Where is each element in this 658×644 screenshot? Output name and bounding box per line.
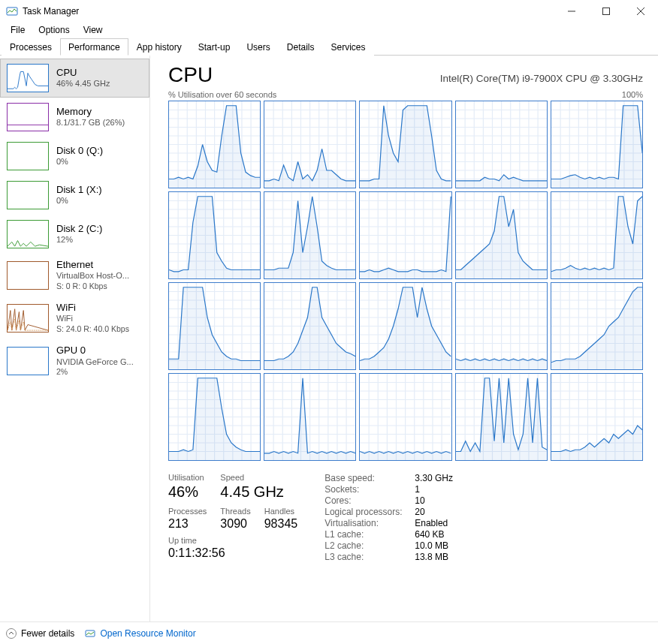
stat-processes-value: 213 [168, 517, 207, 534]
stat-right-key: L3 cache: [324, 552, 415, 562]
stat-right-key: Logical processors: [324, 507, 415, 517]
stat-handles-label: Handles [264, 507, 298, 516]
cpu-chart-7 [359, 191, 451, 279]
sidebar-disk0-title: Disk 0 (Q:) [56, 145, 103, 157]
cpu-chart-1 [264, 101, 356, 188]
open-resource-monitor-link[interactable]: Open Resource Monitor [85, 628, 195, 639]
wifi-thumb [7, 304, 49, 333]
fewer-details-label: Fewer details [21, 628, 74, 639]
stat-right-value: 20 [415, 507, 424, 517]
tab-details[interactable]: Details [279, 38, 323, 56]
stat-right-value: 640 KB [415, 529, 444, 540]
stat-right-key: Virtualisation: [324, 518, 415, 528]
sidebar-gpu-sub2: 2% [56, 367, 134, 377]
stat-right-value: 3.30 GHz [415, 473, 453, 483]
window-title: Task Manager [23, 6, 79, 17]
tab-performance[interactable]: Performance [60, 38, 128, 56]
svg-marker-175 [456, 197, 547, 278]
cpu-chart-17 [359, 373, 451, 461]
stat-uptime-value: 0:11:32:56 [168, 546, 297, 563]
cpu-thumb [7, 64, 49, 92]
sidebar-ethernet-title: Ethernet [56, 259, 129, 271]
sidebar-item-ethernet[interactable]: Ethernet VirtualBox Host-O... S: 0 R: 0 … [0, 254, 149, 296]
tab-app-history[interactable]: App history [128, 38, 190, 56]
stat-right-key: L1 cache: [324, 529, 415, 540]
sidebar-disk2-sub: 12% [56, 235, 102, 245]
cpu-chart-16 [264, 373, 356, 461]
tabbar: Processes Performance App history Start-… [0, 38, 658, 56]
menu-view[interactable]: View [77, 23, 109, 37]
menu-file[interactable]: File [5, 23, 31, 37]
cpu-chart-14 [551, 282, 643, 370]
sidebar: CPU 46% 4.45 GHz Memory 8.1/31.7 GB (26%… [0, 56, 150, 621]
stat-right-row: Sockets:1 [324, 484, 453, 495]
tab-processes[interactable]: Processes [2, 38, 60, 56]
cpu-chart-15 [168, 373, 261, 461]
stat-right-value: Enabled [415, 518, 448, 528]
maximize-button[interactable] [589, 0, 623, 23]
sidebar-memory-title: Memory [56, 106, 125, 118]
cpu-chart-0 [168, 101, 261, 188]
menubar: File Options View [0, 23, 658, 38]
sidebar-wifi-title: WiFi [56, 302, 129, 314]
cpu-chart-11 [264, 282, 356, 370]
sidebar-cpu-title: CPU [56, 67, 110, 79]
cpu-chart-13 [455, 282, 548, 370]
svg-marker-308 [169, 378, 260, 460]
sidebar-cpu-sub: 46% 4.45 GHz [56, 79, 110, 89]
stat-right-row: L1 cache:640 KB [324, 529, 453, 540]
sidebar-gpu-title: GPU 0 [56, 345, 134, 357]
sidebar-gpu-sub: NVIDIA GeForce G... [56, 357, 134, 368]
tab-services[interactable]: Services [322, 38, 373, 56]
stat-utilisation-value: 46% [168, 483, 207, 505]
app-icon [6, 5, 18, 17]
stat-speed-label: Speed [220, 473, 250, 482]
sidebar-item-disk0[interactable]: Disk 0 (Q:) 0% [0, 137, 149, 176]
ethernet-thumb [7, 261, 49, 290]
svg-marker-61 [360, 106, 451, 188]
main-panel: CPU Intel(R) Core(TM) i9-7900X CPU @ 3.3… [150, 56, 658, 621]
sidebar-item-cpu[interactable]: CPU 46% 4.45 GHz [0, 59, 149, 98]
close-button[interactable] [623, 0, 658, 23]
sidebar-disk2-title: Disk 2 (C:) [56, 223, 102, 235]
cpu-chart-8 [455, 191, 548, 279]
cpu-stats: Utilisation Speed 46% 4.45 GHz Processes… [168, 473, 643, 563]
chevron-up-icon [6, 628, 17, 639]
chart-label-left: % Utilisation over 60 seconds [168, 90, 276, 99]
stat-right-value: 10.0 MB [415, 540, 448, 551]
stat-uptime-label: Up time [168, 536, 297, 545]
stat-right-value: 13.8 MB [415, 552, 448, 562]
stat-handles-value: 98345 [264, 517, 298, 534]
titlebar: Task Manager [0, 0, 658, 23]
stat-threads-value: 3090 [220, 517, 250, 534]
sidebar-item-disk2[interactable]: Disk 2 (C:) 12% [0, 215, 149, 254]
stat-threads-label: Threads [220, 507, 250, 516]
menu-options[interactable]: Options [32, 23, 75, 37]
stat-right-row: L3 cache:13.8 MB [324, 552, 453, 562]
cpu-chart-9 [551, 191, 643, 279]
stat-right-value: 10 [415, 495, 424, 506]
sidebar-item-wifi[interactable]: WiFi WiFi S: 24.0 R: 40.0 Kbps [0, 296, 149, 339]
fewer-details-button[interactable]: Fewer details [6, 628, 74, 639]
sidebar-item-disk1[interactable]: Disk 1 (X:) 0% [0, 176, 149, 215]
sidebar-item-gpu[interactable]: GPU 0 NVIDIA GeForce G... 2% [0, 339, 149, 382]
sidebar-ethernet-sub2: S: 0 R: 0 Kbps [56, 281, 129, 291]
footer: Fewer details Open Resource Monitor [0, 621, 658, 644]
stat-right-key: Sockets: [324, 484, 415, 495]
sidebar-disk1-sub: 0% [56, 196, 102, 206]
cpu-chart-10 [168, 282, 261, 370]
stat-right-row: L2 cache:10.0 MB [324, 540, 453, 551]
cpu-chart-4 [551, 101, 643, 188]
sidebar-item-memory[interactable]: Memory 8.1/31.7 GB (26%) [0, 98, 149, 137]
disk1-thumb [7, 181, 49, 209]
stat-right-row: Cores:10 [324, 495, 453, 506]
minimize-button[interactable] [554, 0, 589, 23]
cpu-chart-3 [455, 101, 548, 188]
sidebar-memory-sub: 8.1/31.7 GB (26%) [56, 118, 125, 128]
tab-users[interactable]: Users [238, 38, 278, 56]
sidebar-disk1-title: Disk 1 (X:) [56, 184, 102, 196]
stat-right-row: Base speed:3.30 GHz [324, 473, 453, 483]
stat-processes-label: Processes [168, 507, 207, 516]
tab-startup[interactable]: Start-up [190, 38, 239, 56]
disk0-thumb [7, 142, 49, 170]
